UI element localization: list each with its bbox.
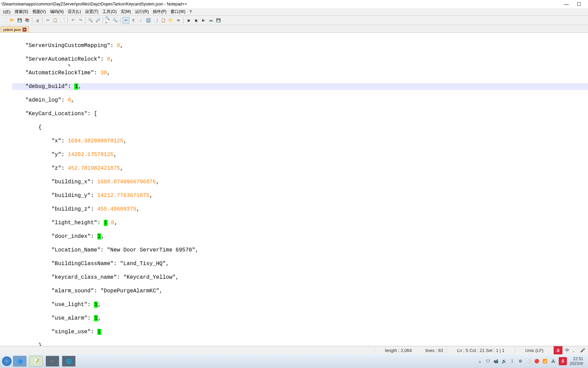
menu-plugins[interactable]: 插件(P) xyxy=(151,8,168,15)
ime-punct[interactable]: 。 xyxy=(573,348,577,353)
menu-tools[interactable]: 工具(O) xyxy=(100,8,118,15)
tray-security-icon[interactable]: 🛡 xyxy=(485,358,491,364)
json-key: "use_light" xyxy=(51,302,87,308)
save-all-icon[interactable]: 📚 xyxy=(24,17,31,24)
tray-chevron-icon[interactable]: ▵ xyxy=(477,358,483,364)
tray-volume-icon[interactable]: 🔊 xyxy=(502,358,507,364)
menu-run[interactable]: 运行(R) xyxy=(133,8,151,15)
task-notepadpp[interactable]: 📝 xyxy=(29,356,43,367)
system-tray: ▵ 🛡 📹 🔊 ᛒ ⚙ ⚪ 🔴 📶 🖧 S 22:51 2023/4/ xyxy=(477,356,586,366)
doc-map-icon[interactable]: 📑 xyxy=(152,17,159,24)
windows-taskbar: 🔷 📝 🎮 🌐 ▵ 🛡 📹 🔊 ᛒ ⚙ ⚪ 🔴 📶 🖧 S 22:51 2023… xyxy=(0,354,588,368)
json-number: 0 xyxy=(107,56,110,62)
menu-settings[interactable]: 设置(T) xyxy=(83,8,100,15)
code-editor[interactable]: "ServerUsingCustomMapping": 0, "ServerAu… xyxy=(0,33,588,346)
paste-icon[interactable]: 📄 xyxy=(59,17,66,24)
ime-indicators: 中 。 🎤 xyxy=(562,348,588,353)
wordwrap-icon[interactable]: ↩ xyxy=(122,17,129,24)
tray-wifi-icon[interactable]: 📶 xyxy=(542,358,548,364)
status-position: Ln : 5 Col : 21 Sel : 1 | 1 xyxy=(446,348,514,353)
json-key: "light_height" xyxy=(51,220,97,226)
open-file-icon[interactable]: 📂 xyxy=(9,17,16,24)
window-titlebar: \Steam\steamapps\common\DayZServer\profi… xyxy=(0,0,588,8)
json-number-selected: 1 xyxy=(74,83,78,90)
print-icon[interactable]: 🖨 xyxy=(34,17,41,24)
toolbar-sep xyxy=(42,17,43,24)
json-key: "y" xyxy=(51,152,61,158)
record-macro-icon[interactable]: ⏺ xyxy=(185,17,192,24)
json-key: "ServerUsingCustomMapping" xyxy=(25,43,110,49)
json-key: "building_x" xyxy=(51,179,91,185)
start-button[interactable] xyxy=(2,356,12,366)
json-number: 1 xyxy=(94,315,98,321)
status-lines: lines : 63 xyxy=(422,348,446,353)
tray-sogou-icon[interactable]: S xyxy=(559,357,567,365)
maximize-button[interactable]: ☐ xyxy=(574,1,584,7)
task-app-4[interactable]: 🌐 xyxy=(62,356,76,367)
tray-steam-icon[interactable]: ⚪ xyxy=(526,358,532,364)
menu-encoding[interactable]: 编码(N) xyxy=(48,8,66,15)
cut-icon[interactable]: ✂ xyxy=(44,17,51,24)
replace-icon[interactable]: 🔎 xyxy=(95,17,101,24)
tray-bluetooth-icon[interactable]: ᛒ xyxy=(510,358,515,364)
monitor-icon[interactable]: 👁 xyxy=(175,17,182,24)
json-key: "building_y" xyxy=(51,193,91,199)
json-key: "z" xyxy=(51,165,61,171)
tray-clock[interactable]: 22:51 2023/4/ xyxy=(570,356,583,366)
tab-active[interactable]: ystem.json × xyxy=(1,27,29,32)
func-list-icon[interactable]: 📋 xyxy=(160,17,167,24)
close-tab-icon[interactable]: × xyxy=(22,28,27,32)
json-number: 14212.7763671875 xyxy=(97,193,150,199)
tray-sync-icon[interactable]: ⚙ xyxy=(518,358,523,364)
json-number: 455.49609375 xyxy=(97,206,136,212)
ime-mic-icon[interactable]: 🎤 xyxy=(580,348,585,353)
json-number: 1 xyxy=(97,233,101,240)
language-icon[interactable]: 🈁 xyxy=(145,17,152,24)
ime-lang[interactable]: 中 xyxy=(565,348,569,353)
json-key: "building_z" xyxy=(51,206,91,212)
json-number: 0 xyxy=(68,97,71,103)
new-file-icon[interactable]: 📄 xyxy=(1,17,8,24)
folder-icon[interactable]: 📁 xyxy=(167,17,174,24)
json-number: 14202.17578125 xyxy=(68,152,113,158)
menu-help[interactable]: ? xyxy=(187,9,194,15)
menu-view[interactable]: 视图(V) xyxy=(30,8,48,15)
task-app-1[interactable]: 🔷 xyxy=(13,356,27,367)
play-multi-icon[interactable]: ⏭ xyxy=(208,17,214,24)
sogou-ime-icon[interactable]: S xyxy=(554,346,562,355)
json-key: "single_use" xyxy=(51,329,91,335)
json-key: "ServerAutomaticRelock" xyxy=(25,56,100,62)
tray-app-icon[interactable]: 🔴 xyxy=(534,358,540,364)
json-number: 1684.382080078125 xyxy=(68,138,123,144)
toolbar-sep xyxy=(32,17,33,24)
tray-video-icon[interactable]: 📹 xyxy=(493,358,499,364)
zoom-in-icon[interactable]: 🔍+ xyxy=(105,17,112,24)
menu-macro[interactable]: 宏(M) xyxy=(119,8,133,15)
copy-icon[interactable]: 📋 xyxy=(52,17,59,24)
indent-guide-icon[interactable]: ⫶ xyxy=(137,17,144,24)
json-number: 30 xyxy=(100,70,107,76)
json-key: "admin_log" xyxy=(25,97,61,103)
play-macro-icon[interactable]: ▶ xyxy=(200,17,207,24)
json-number: 1 xyxy=(94,302,98,308)
minimize-button[interactable]: — xyxy=(561,1,571,7)
json-key: "AutomaticRelockTime" xyxy=(25,70,94,76)
menu-file[interactable]: ‡(E) xyxy=(1,9,13,15)
json-number: 1688.0740966796876 xyxy=(97,179,156,185)
stop-macro-icon[interactable]: ⏹ xyxy=(193,17,199,24)
json-key: "keycard_class_name" xyxy=(51,274,117,280)
menu-language[interactable]: 语言(L) xyxy=(66,8,83,15)
menu-search[interactable]: 搜索(S) xyxy=(13,8,30,15)
redo-icon[interactable]: ↷ xyxy=(77,17,84,24)
mouse-cursor-icon: ↖ xyxy=(68,62,71,68)
find-icon[interactable]: 🔍 xyxy=(87,17,94,24)
undo-icon[interactable]: ↶ xyxy=(69,17,76,24)
show-all-chars-icon[interactable]: ¶ xyxy=(130,17,137,24)
json-key: "BuildingClassName" xyxy=(51,261,113,267)
zoom-out-icon[interactable]: 🔍- xyxy=(112,17,119,24)
save-icon[interactable]: 💾 xyxy=(16,17,23,24)
task-app-3[interactable]: 🎮 xyxy=(46,356,59,367)
menu-window[interactable]: 窗口(W) xyxy=(168,8,187,15)
save-macro-icon[interactable]: 💾 xyxy=(215,17,222,24)
tray-network-icon[interactable]: 🖧 xyxy=(551,358,556,364)
